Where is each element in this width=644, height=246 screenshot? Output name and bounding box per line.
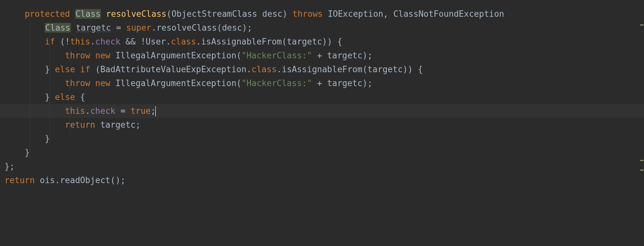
code-line[interactable]: } [5,146,644,160]
token: + targetc); [312,78,373,88]
indent [5,23,45,33]
indent-guide [30,104,30,118]
code-line[interactable]: } else { [5,90,644,104]
token: . [90,37,95,46]
warning-mark[interactable] [640,25,643,25]
token: "HackerClass:" [242,78,312,88]
token: throw new [65,51,116,60]
warning-mark[interactable] [640,160,643,161]
indent-guide [30,7,30,21]
token: throws [292,9,328,19]
indent-guide [50,21,50,35]
indent-guide [30,90,30,104]
code-line[interactable]: protected Class resolveClass(ObjectStrea… [5,7,644,21]
token: if [45,37,60,46]
token: class [251,64,277,74]
token: Class [75,9,101,19]
token: protected [25,9,75,19]
token: = [111,23,126,33]
token: .resolveClass(desc); [151,23,252,33]
token: } [45,134,50,143]
token: ois.readObject(); [40,175,126,185]
code-line[interactable]: if (!this.check && !User.class.isAssigna… [5,35,644,49]
token: (! [60,37,70,46]
token: IllegalArgumentException( [115,78,241,88]
token: (BadAttributeValueExpException. [95,64,251,74]
token: IllegalArgumentException( [115,51,241,60]
indent-guide [50,132,50,146]
code-line[interactable]: } [5,132,644,146]
indent-guide [30,76,30,90]
indent [5,92,45,102]
token: ClassNotFoundException [393,9,504,19]
indent [5,134,45,143]
token: .isAssignableFrom(targetc)) { [277,64,423,74]
code-line[interactable]: return ois.readObject(); [5,173,644,187]
code-line[interactable]: } else if (BadAttributeValueExpException… [5,63,644,76]
token: return [5,175,40,185]
indent-guide [50,76,50,90]
indent [5,9,25,19]
token: throw new [65,78,116,88]
error-stripe[interactable] [639,0,644,246]
indent [5,51,65,60]
code-line[interactable]: }; [5,160,644,173]
token: } [25,148,30,157]
indent-guide [50,104,50,118]
token: targetc [76,23,111,33]
indent-guide [70,104,70,118]
token: , [383,9,393,19]
token: .isAssignableFrom(targetc)) { [196,37,342,46]
current-line-highlight [0,104,644,118]
token: IOException [328,9,383,19]
indent-guide [30,21,30,35]
token: check [95,37,120,46]
indent [5,120,65,130]
code-line[interactable]: Class targetc = super.resolveClass(desc)… [5,21,644,35]
token: resolveClass [106,9,166,19]
indent-guide [50,63,50,76]
indent-guide [30,118,30,132]
caret [155,106,156,116]
code-area[interactable]: protected Class resolveClass(ObjectStrea… [0,7,644,187]
code-editor[interactable]: protected Class resolveClass(ObjectStrea… [0,0,644,246]
token: this [70,37,90,46]
token: { [80,92,85,102]
token: (ObjectStreamClass desc) [166,9,292,19]
code-line[interactable]: throw new IllegalArgumentException("Hack… [5,49,644,63]
indent-guide [70,49,70,63]
warning-mark[interactable] [640,170,643,171]
token: Class [45,23,71,33]
indent-guide [30,35,30,49]
indent [5,148,25,157]
token: targetc; [100,120,140,130]
indent-guide [30,132,30,146]
token: else if [55,64,95,74]
token: super [126,23,151,33]
indent-guide [50,118,50,132]
indent-guide [50,35,50,49]
indent [5,37,45,46]
indent-guide [30,49,30,63]
code-line[interactable]: return targetc; [5,118,644,132]
indent-guide [30,63,30,76]
token [101,9,106,19]
indent-guide [30,146,30,160]
indent-guide [50,49,50,63]
indent-guide [70,76,70,90]
token: else [55,92,80,102]
indent [5,78,65,88]
token: class [171,37,196,46]
indent-guide [70,118,70,132]
code-line[interactable]: throw new IllegalArgumentException("Hack… [5,76,644,90]
token: && !User. [120,37,171,46]
token: + targetc); [312,51,373,60]
token: return [65,120,100,130]
indent [5,64,45,74]
indent-guide [50,90,50,104]
token: }; [5,162,14,171]
token [71,23,76,33]
token: "HackerClass:" [242,51,312,60]
